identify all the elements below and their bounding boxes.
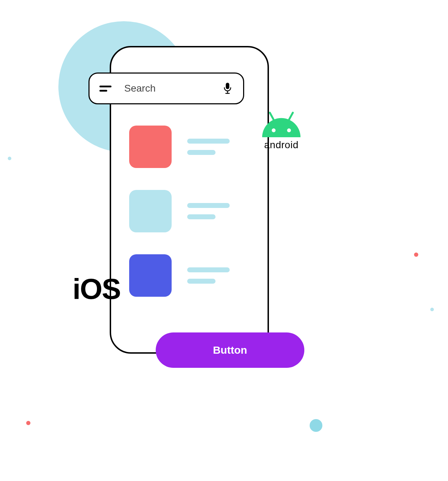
decor-dot (414, 253, 418, 257)
search-bar[interactable]: Search (88, 73, 244, 104)
thumbnail (129, 190, 172, 232)
svg-point-6 (287, 128, 291, 132)
thumbnail (129, 254, 172, 297)
svg-rect-0 (226, 83, 229, 89)
decor-dot (310, 419, 322, 432)
decor-dot (8, 157, 11, 160)
android-label: android (264, 139, 299, 151)
item-list (129, 126, 230, 297)
menu-icon[interactable] (99, 86, 111, 92)
search-input[interactable]: Search (124, 83, 223, 94)
decor-dot (430, 308, 434, 311)
text-placeholder (187, 267, 230, 284)
microphone-icon[interactable] (223, 81, 232, 95)
list-item[interactable] (129, 126, 230, 168)
thumbnail (129, 126, 172, 168)
ios-label: iOS (73, 272, 120, 306)
list-item[interactable] (129, 190, 230, 232)
svg-point-5 (272, 128, 276, 132)
android-logo: android (255, 110, 308, 151)
text-placeholder (187, 203, 230, 219)
decor-dot (26, 421, 30, 425)
list-item[interactable] (129, 254, 230, 297)
text-placeholder (187, 139, 230, 155)
primary-button-label: Button (213, 344, 247, 356)
primary-button[interactable]: Button (156, 332, 304, 368)
android-icon (258, 110, 304, 137)
